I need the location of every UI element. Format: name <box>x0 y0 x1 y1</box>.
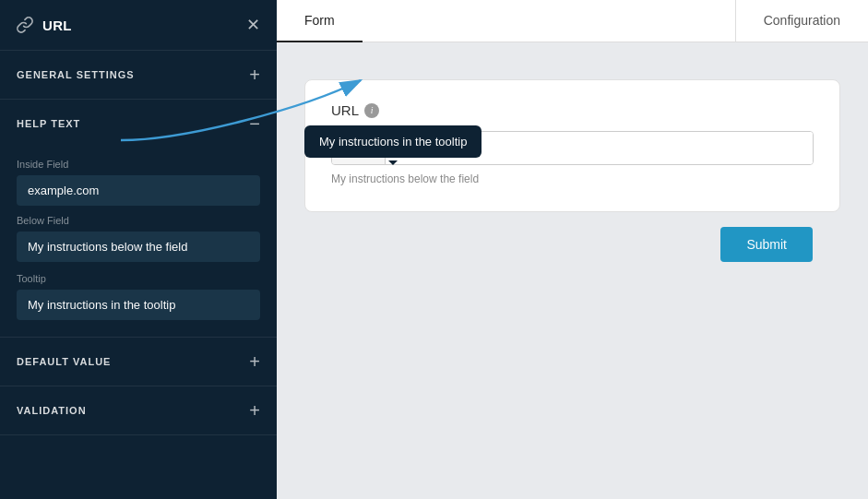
accordion-header-validation[interactable]: VALIDATION + <box>0 386 277 434</box>
sidebar-title: URL <box>42 18 72 33</box>
inside-field-label: Inside Field <box>17 159 260 170</box>
default-value-label: DEFAULT VALUE <box>17 356 111 367</box>
form-area: My instructions in the tooltip URL i htt… <box>277 42 868 499</box>
tooltip-bubble: My instructions in the tooltip <box>304 125 482 158</box>
general-settings-toggle-icon: + <box>249 65 260 84</box>
arrow-svg-small <box>98 184 264 196</box>
general-settings-label: GENERAL SETTINGS <box>17 69 135 80</box>
link-icon <box>17 17 33 33</box>
accordion-header-help-text[interactable]: HELP TEXT − <box>0 100 277 148</box>
tab-form[interactable]: Form <box>277 0 363 42</box>
field-card-title: URL i <box>331 102 814 118</box>
accordion-validation: VALIDATION + <box>0 386 277 435</box>
tooltip-label: Tooltip <box>17 273 260 284</box>
validation-toggle-icon: + <box>249 401 260 420</box>
info-icon[interactable]: i <box>364 103 379 118</box>
tooltip-bubble-text: My instructions in the tooltip <box>319 135 467 149</box>
default-value-toggle-icon: + <box>249 352 260 371</box>
tab-spacer <box>363 0 735 42</box>
accordion-header-default-value[interactable]: DEFAULT VALUE + <box>0 338 277 386</box>
close-icon[interactable]: ✕ <box>246 15 260 35</box>
sidebar-header: URL ✕ <box>0 0 277 51</box>
below-field-help-text: My instructions below the field <box>331 172 814 185</box>
help-text-toggle-icon: − <box>249 114 260 133</box>
below-field-label: Below Field <box>17 215 260 226</box>
sidebar: URL ✕ GENERAL SETTINGS + HELP TEXT − Ins… <box>0 0 277 499</box>
main-content: Form Configuration My instructions in th… <box>277 0 868 499</box>
tooltip-input[interactable] <box>17 290 260 320</box>
submit-area: Submit <box>304 212 840 277</box>
below-field-input[interactable] <box>17 232 260 262</box>
tabs-bar: Form Configuration <box>277 0 868 42</box>
submit-button[interactable]: Submit <box>720 227 813 262</box>
accordion-help-text: HELP TEXT − Inside Field Below Field Too… <box>0 100 277 338</box>
accordion-general-settings: GENERAL SETTINGS + <box>0 51 277 100</box>
tab-configuration[interactable]: Configuration <box>735 0 868 42</box>
validation-label: VALIDATION <box>17 405 87 416</box>
sidebar-header-left: URL <box>17 17 72 33</box>
accordion-default-value: DEFAULT VALUE + <box>0 338 277 386</box>
accordion-header-general-settings[interactable]: GENERAL SETTINGS + <box>0 51 277 99</box>
help-text-content: Inside Field Below Field Tooltip <box>0 159 277 337</box>
help-text-label: HELP TEXT <box>17 118 80 129</box>
